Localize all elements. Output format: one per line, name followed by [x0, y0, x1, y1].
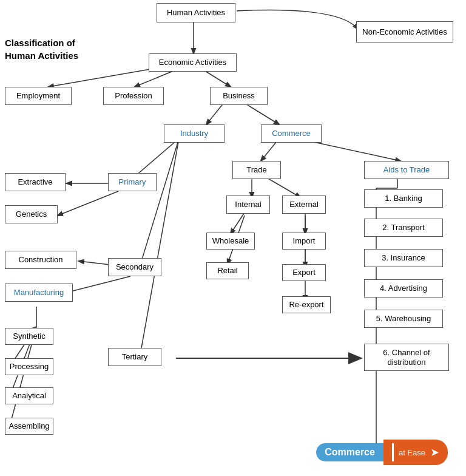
processing-node: Processing — [5, 358, 53, 375]
diagram-container: Classification of Human Activities — [0, 0, 466, 476]
retail-node: Retail — [206, 262, 249, 279]
transport-node: 2. Transport — [364, 219, 443, 237]
assembling-node: Assembling — [5, 418, 53, 435]
genetics-node: Genetics — [5, 205, 58, 223]
import-node: Import — [282, 233, 326, 250]
wholesale-node: Wholesale — [206, 233, 255, 250]
commerce-node: Commerce — [261, 124, 322, 143]
employment-node: Employment — [5, 87, 72, 105]
internal-node: Internal — [226, 195, 270, 214]
external-node: External — [282, 195, 326, 214]
svg-line-2 — [135, 70, 176, 87]
manufacturing-node: Manufacturing — [5, 284, 73, 302]
channel-node: 6. Channel of distribution — [364, 344, 449, 371]
aids-to-trade-node: Aids to Trade — [364, 161, 449, 179]
banking-node: 1. Banking — [364, 189, 443, 208]
export-node: Export — [282, 264, 326, 281]
extractive-node: Extractive — [5, 173, 66, 191]
watermark: Commerce at Ease ➤ — [316, 440, 448, 465]
svg-line-23 — [264, 176, 300, 197]
watermark-right: at Ease ➤ — [383, 440, 448, 465]
industry-node: Industry — [164, 124, 225, 143]
diagram-title: Classification of Human Activities — [5, 36, 78, 62]
secondary-node: Secondary — [108, 258, 161, 276]
svg-line-9 — [140, 138, 179, 267]
business-node: Business — [210, 87, 268, 105]
reexport-node: Re-export — [282, 296, 331, 313]
svg-line-4 — [206, 102, 225, 124]
tertiary-node: Tertiary — [108, 348, 161, 366]
svg-line-5 — [243, 102, 279, 124]
analytical-node: Analytical — [5, 387, 53, 404]
advertising-node: 4. Advertising — [364, 279, 443, 298]
insurance-node: 3. Insurance — [364, 249, 443, 267]
profession-node: Profession — [103, 87, 164, 105]
synthetic-node: Synthetic — [5, 328, 53, 345]
economic-activities-node: Economic Activities — [149, 53, 237, 72]
primary-node: Primary — [108, 173, 157, 191]
svg-line-1 — [49, 67, 164, 87]
watermark-left: Commerce — [316, 443, 383, 461]
human-activities-node: Human Activities — [157, 3, 235, 22]
construction-node: Construction — [5, 251, 76, 269]
trade-node: Trade — [232, 161, 281, 179]
svg-line-24 — [231, 212, 245, 234]
svg-line-17 — [140, 138, 179, 358]
non-economic-activities-node: Non-Economic Activities — [356, 21, 453, 42]
svg-line-3 — [203, 70, 231, 87]
svg-line-11 — [64, 276, 130, 293]
svg-line-8 — [58, 191, 118, 216]
warehousing-node: 5. Warehousing — [364, 310, 443, 328]
